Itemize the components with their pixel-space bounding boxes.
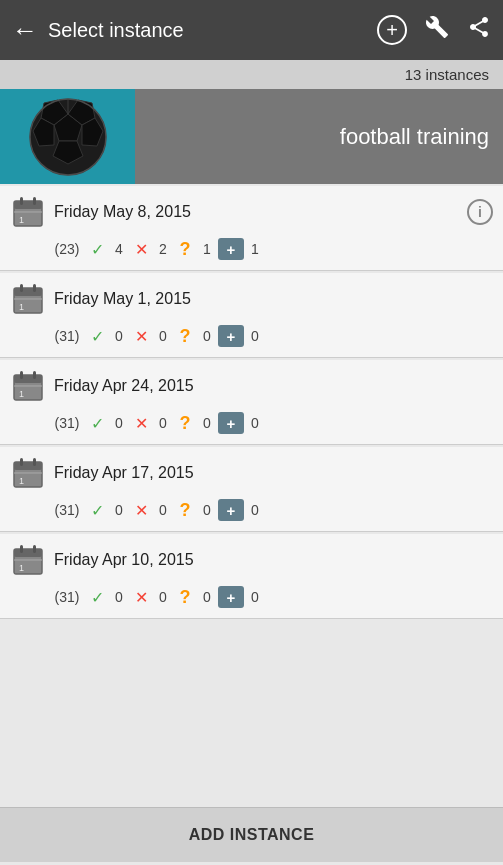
page-title: Select instance (48, 19, 367, 42)
svg-rect-11 (14, 201, 42, 209)
header-actions: + (377, 15, 491, 45)
activity-title: football training (340, 124, 489, 150)
question-icon: ? (174, 500, 196, 521)
cross-icon: ✕ (130, 327, 152, 346)
instance-card[interactable]: 1 Friday May 1, 2015 (31) ✓ 0 ✕ 0 ? 0 + … (0, 273, 503, 358)
check-count: 4 (112, 241, 126, 257)
check-icon: ✓ (86, 327, 108, 346)
instances-list: 1 Friday May 8, 2015 i (23) ✓ 4 ✕ 2 ? 1 … (0, 184, 503, 807)
calendar-icon: 1 (10, 542, 46, 578)
instance-date-row: 1 Friday Apr 24, 2015 (0, 360, 503, 408)
plus-count: 0 (248, 415, 262, 431)
question-count: 0 (200, 415, 214, 431)
svg-text:1: 1 (19, 302, 24, 312)
instance-total: (31) (52, 589, 82, 605)
calendar-icon: 1 (10, 455, 46, 491)
add-icon[interactable]: + (377, 15, 407, 45)
instances-count-bar: 13 instances (0, 60, 503, 89)
check-count: 0 (112, 415, 126, 431)
instance-total: (31) (52, 502, 82, 518)
svg-rect-31 (33, 458, 36, 466)
instance-card[interactable]: 1 Friday May 8, 2015 i (23) ✓ 4 ✕ 2 ? 1 … (0, 186, 503, 271)
check-icon: ✓ (86, 240, 108, 259)
svg-text:1: 1 (19, 215, 24, 225)
check-count: 0 (112, 328, 126, 344)
instance-stats-row: (31) ✓ 0 ✕ 0 ? 0 + 0 (0, 495, 503, 531)
instances-count: 13 instances (405, 66, 489, 83)
calendar-icon: 1 (10, 194, 46, 230)
instance-date-row: 1 Friday Apr 17, 2015 (0, 447, 503, 495)
back-button[interactable]: ← (12, 17, 38, 43)
svg-rect-25 (33, 371, 36, 379)
svg-rect-12 (20, 197, 23, 205)
instance-stats-row: (31) ✓ 0 ✕ 0 ? 0 + 0 (0, 408, 503, 444)
cross-count: 0 (156, 328, 170, 344)
plus-count: 1 (248, 241, 262, 257)
instance-date: Friday May 8, 2015 (54, 203, 459, 221)
share-icon[interactable] (467, 15, 491, 45)
cross-icon: ✕ (130, 501, 152, 520)
svg-rect-30 (20, 458, 23, 466)
cross-icon: ✕ (130, 588, 152, 607)
question-icon: ? (174, 326, 196, 347)
activity-header: football training (0, 89, 503, 184)
svg-rect-35 (14, 549, 42, 557)
plus-box[interactable]: + (218, 499, 244, 521)
check-icon: ✓ (86, 588, 108, 607)
svg-rect-23 (14, 375, 42, 383)
question-count: 0 (200, 589, 214, 605)
instance-card[interactable]: 1 Friday Apr 17, 2015 (31) ✓ 0 ✕ 0 ? 0 +… (0, 447, 503, 532)
instance-stats-row: (31) ✓ 0 ✕ 0 ? 0 + 0 (0, 582, 503, 618)
question-icon: ? (174, 239, 196, 260)
svg-rect-19 (33, 284, 36, 292)
svg-text:1: 1 (19, 563, 24, 573)
svg-text:1: 1 (19, 389, 24, 399)
plus-count: 0 (248, 502, 262, 518)
svg-text:1: 1 (19, 476, 24, 486)
plus-count: 0 (248, 328, 262, 344)
svg-rect-17 (14, 288, 42, 296)
question-count: 0 (200, 502, 214, 518)
instance-total: (23) (52, 241, 82, 257)
add-instance-label: ADD INSTANCE (189, 826, 315, 844)
cross-count: 0 (156, 589, 170, 605)
instance-date: Friday Apr 10, 2015 (54, 551, 493, 569)
check-count: 0 (112, 502, 126, 518)
header: ← Select instance + (0, 0, 503, 60)
check-icon: ✓ (86, 414, 108, 433)
question-icon: ? (174, 587, 196, 608)
svg-rect-24 (20, 371, 23, 379)
question-icon: ? (174, 413, 196, 434)
plus-box[interactable]: + (218, 238, 244, 260)
football-icon (27, 96, 109, 178)
instance-date-row: 1 Friday Apr 10, 2015 (0, 534, 503, 582)
instance-date-row: 1 Friday May 1, 2015 (0, 273, 503, 321)
svg-rect-13 (33, 197, 36, 205)
instance-card[interactable]: 1 Friday Apr 10, 2015 (31) ✓ 0 ✕ 0 ? 0 +… (0, 534, 503, 619)
info-icon[interactable]: i (467, 199, 493, 225)
svg-rect-18 (20, 284, 23, 292)
instance-total: (31) (52, 328, 82, 344)
check-icon: ✓ (86, 501, 108, 520)
instance-date: Friday Apr 24, 2015 (54, 377, 493, 395)
cross-count: 0 (156, 502, 170, 518)
plus-box[interactable]: + (218, 412, 244, 434)
plus-box[interactable]: + (218, 586, 244, 608)
instance-stats-row: (31) ✓ 0 ✕ 0 ? 0 + 0 (0, 321, 503, 357)
activity-title-bar: football training (135, 89, 503, 184)
plus-box[interactable]: + (218, 325, 244, 347)
plus-count: 0 (248, 589, 262, 605)
instance-date: Friday May 1, 2015 (54, 290, 493, 308)
instance-total: (31) (52, 415, 82, 431)
add-instance-button[interactable]: ADD INSTANCE (0, 807, 503, 862)
instance-card[interactable]: 1 Friday Apr 24, 2015 (31) ✓ 0 ✕ 0 ? 0 +… (0, 360, 503, 445)
activity-image (0, 89, 135, 184)
check-count: 0 (112, 589, 126, 605)
instance-date: Friday Apr 17, 2015 (54, 464, 493, 482)
svg-rect-37 (33, 545, 36, 553)
question-count: 0 (200, 328, 214, 344)
instance-stats-row: (23) ✓ 4 ✕ 2 ? 1 + 1 (0, 234, 503, 270)
settings-icon[interactable] (425, 15, 449, 45)
calendar-icon: 1 (10, 281, 46, 317)
cross-icon: ✕ (130, 240, 152, 259)
